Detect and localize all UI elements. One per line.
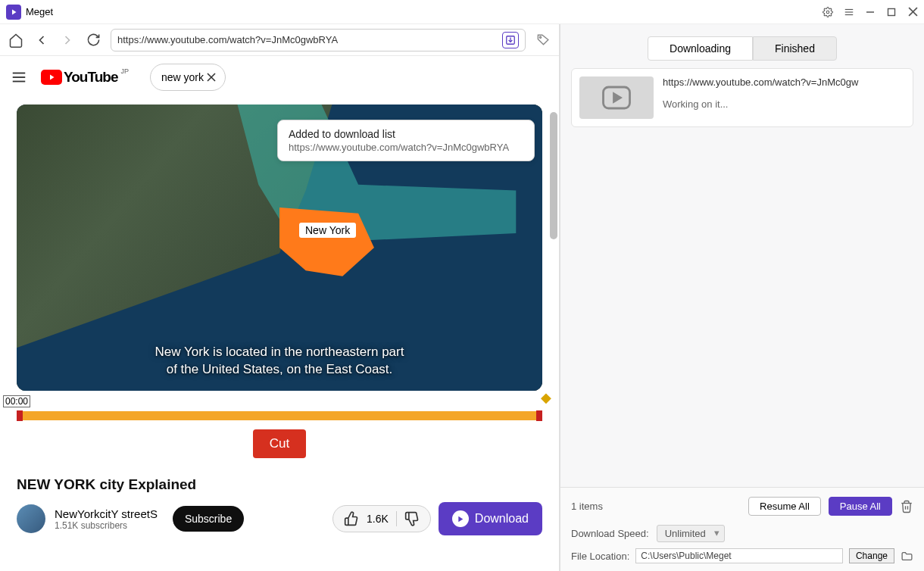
video-title: NEW YORK city Explained bbox=[17, 476, 542, 493]
back-icon[interactable] bbox=[33, 32, 50, 48]
maximize-button[interactable] bbox=[886, 7, 897, 17]
download-icon bbox=[452, 510, 469, 527]
tab-downloading[interactable]: Downloading bbox=[648, 36, 753, 61]
dislike-icon[interactable] bbox=[404, 511, 420, 526]
svg-point-10 bbox=[539, 36, 541, 38]
download-label: Download bbox=[475, 512, 529, 526]
like-icon[interactable] bbox=[344, 511, 359, 526]
url-bar[interactable] bbox=[111, 29, 526, 51]
tab-finished[interactable]: Finished bbox=[753, 36, 837, 61]
app-icon bbox=[6, 5, 21, 20]
scrollbar[interactable] bbox=[550, 112, 557, 239]
save-url-icon[interactable] bbox=[502, 32, 519, 48]
channel-subs: 1.51K subscribers bbox=[55, 520, 158, 531]
speed-select[interactable]: Unlimited bbox=[657, 525, 725, 542]
trim-handle-start[interactable] bbox=[17, 410, 23, 421]
change-location-button[interactable]: Change bbox=[849, 548, 894, 563]
channel-avatar[interactable] bbox=[17, 504, 45, 533]
tag-icon[interactable] bbox=[535, 32, 551, 48]
trash-icon[interactable] bbox=[900, 500, 913, 513]
trim-handle-end[interactable] bbox=[536, 410, 542, 421]
location-input[interactable] bbox=[635, 548, 843, 563]
forward-icon bbox=[59, 32, 76, 48]
youtube-logo-text: YouTube bbox=[64, 69, 117, 86]
clear-search-icon[interactable] bbox=[204, 70, 219, 85]
youtube-region: JP bbox=[120, 67, 129, 75]
speed-label: Download Speed: bbox=[571, 528, 649, 539]
youtube-search-input[interactable] bbox=[161, 71, 204, 83]
download-status: Working on it... bbox=[663, 98, 905, 110]
menu-icon[interactable] bbox=[844, 7, 854, 17]
toast-url: https://www.youtube.com/watch?v=JnMc0gwb… bbox=[289, 142, 523, 153]
download-thumbnail bbox=[579, 76, 654, 119]
browser-pane: YouTube JP Added to download list https:… bbox=[0, 24, 560, 571]
download-tabs: Downloading Finished bbox=[560, 24, 924, 68]
channel-name[interactable]: NewYorkcitY streetS bbox=[55, 507, 158, 520]
youtube-logo[interactable]: YouTube JP bbox=[41, 69, 127, 86]
map-label: New York bbox=[299, 223, 356, 238]
home-icon[interactable] bbox=[8, 32, 24, 48]
download-url: https://www.youtube.com/watch?v=JnMc0gw bbox=[663, 76, 905, 88]
trim-time: 00:00 bbox=[3, 395, 30, 407]
open-folder-icon[interactable] bbox=[901, 550, 913, 563]
settings-icon[interactable] bbox=[823, 7, 833, 17]
svg-point-0 bbox=[826, 11, 829, 14]
download-toast: Added to download list https://www.youtu… bbox=[277, 120, 535, 161]
minimize-button[interactable] bbox=[865, 7, 876, 17]
reload-icon[interactable] bbox=[85, 32, 101, 48]
close-button[interactable] bbox=[907, 7, 918, 17]
youtube-search[interactable] bbox=[150, 64, 226, 91]
cut-button[interactable]: Cut bbox=[253, 429, 306, 458]
app-title: Meget bbox=[26, 6, 53, 17]
like-count: 1.6K bbox=[367, 513, 389, 525]
hamburger-icon[interactable] bbox=[11, 69, 27, 86]
items-count: 1 items bbox=[571, 501, 603, 512]
download-button[interactable]: Download bbox=[439, 502, 542, 535]
url-input[interactable] bbox=[117, 34, 502, 45]
pause-all-button[interactable]: Pause All bbox=[829, 497, 892, 516]
toast-title: Added to download list bbox=[289, 128, 523, 140]
subtitle: New York is located in the northeastern … bbox=[74, 344, 484, 379]
location-label: File Location: bbox=[571, 551, 629, 562]
subscribe-button[interactable]: Subscribe bbox=[173, 506, 244, 532]
resume-all-button[interactable]: Resume All bbox=[748, 497, 821, 516]
download-item[interactable]: https://www.youtube.com/watch?v=JnMc0gw … bbox=[571, 68, 913, 127]
youtube-page: YouTube JP Added to download list https:… bbox=[0, 56, 559, 571]
trim-marker-icon: ◆ bbox=[541, 395, 551, 400]
titlebar: Meget bbox=[0, 0, 924, 24]
nav-bar bbox=[0, 24, 559, 56]
like-dislike-pill: 1.6K bbox=[332, 505, 431, 532]
downloads-pane: Downloading Finished https://www.youtube… bbox=[560, 24, 924, 571]
svg-rect-5 bbox=[888, 8, 895, 15]
trim-bar[interactable] bbox=[17, 411, 542, 422]
